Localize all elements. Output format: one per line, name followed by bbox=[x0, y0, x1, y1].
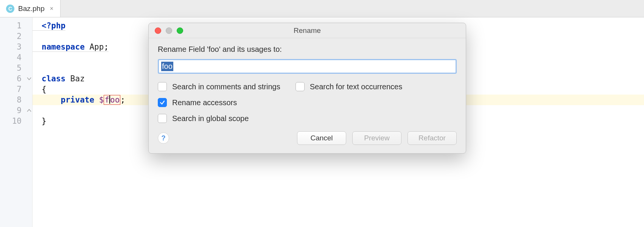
rename-input[interactable]: foo bbox=[158, 59, 457, 74]
check-text-occurrences[interactable]: Search for text occurrences bbox=[296, 82, 403, 91]
window-close-icon[interactable] bbox=[155, 27, 161, 34]
rename-label: Rename Field 'foo' and its usages to: bbox=[158, 45, 457, 54]
preview-button[interactable]: Preview bbox=[352, 131, 401, 145]
dialog-title: Rename bbox=[149, 26, 466, 35]
check-rename-accessors[interactable]: Rename accessors bbox=[158, 98, 237, 107]
window-minimize-icon bbox=[166, 27, 172, 34]
window-zoom-icon[interactable] bbox=[177, 27, 183, 34]
checkbox-icon bbox=[158, 82, 167, 91]
rename-dialog: Rename Rename Field 'foo' and its usages… bbox=[148, 23, 466, 154]
refactor-button[interactable]: Refactor bbox=[408, 131, 457, 145]
close-tab-icon[interactable]: × bbox=[48, 5, 55, 13]
rename-target: foo bbox=[104, 95, 120, 105]
rename-input-selection: foo bbox=[161, 62, 173, 71]
checkbox-icon bbox=[158, 114, 167, 123]
cancel-button[interactable]: Cancel bbox=[297, 131, 346, 145]
fold-class-icon[interactable] bbox=[26, 76, 32, 82]
editor-tab[interactable]: C Baz.php × bbox=[0, 0, 61, 17]
tab-bar: C Baz.php × bbox=[0, 0, 644, 17]
line-number-gutter: 1 2 3 4 5 6 7 8 9 10 bbox=[0, 17, 33, 227]
tab-filename: Baz.php bbox=[18, 5, 45, 13]
fold-end-icon[interactable] bbox=[26, 107, 32, 114]
file-type-icon: C bbox=[6, 5, 14, 13]
check-global-scope[interactable]: Search in global scope bbox=[158, 114, 249, 123]
dialog-titlebar[interactable]: Rename bbox=[149, 23, 466, 38]
help-button[interactable]: ? bbox=[158, 132, 169, 144]
checkbox-checked-icon bbox=[158, 98, 167, 107]
checkbox-icon bbox=[296, 82, 305, 91]
check-search-comments[interactable]: Search in comments and strings bbox=[158, 82, 280, 91]
